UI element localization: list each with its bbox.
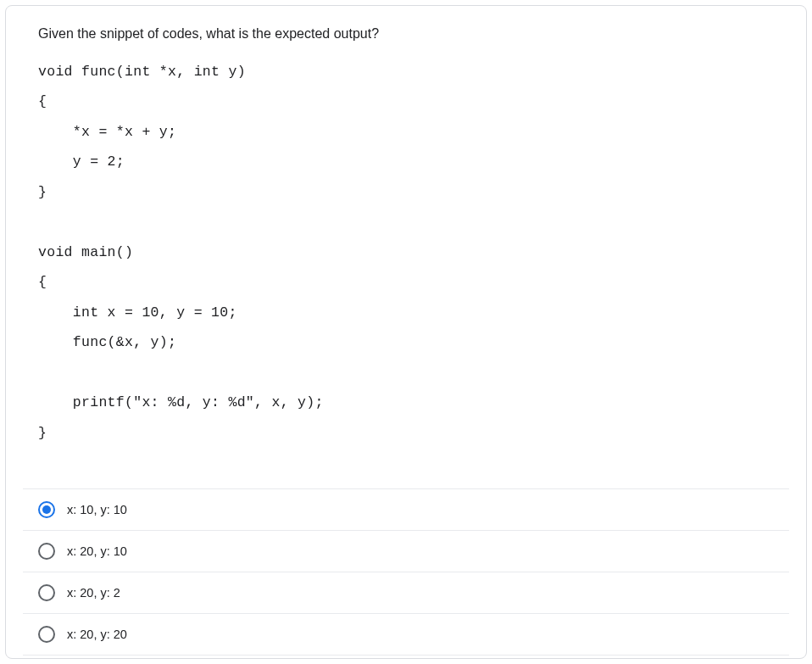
option-2[interactable]: x: 20, y: 2: [23, 572, 789, 614]
option-label: x: 20, y: 10: [67, 544, 127, 558]
question-card: Given the snippet of codes, what is the …: [5, 5, 807, 659]
option-0[interactable]: x: 10, y: 10: [23, 489, 789, 531]
option-label: x: 20, y: 2: [67, 586, 120, 600]
option-1[interactable]: x: 20, y: 10: [23, 531, 789, 572]
radio-icon: [38, 543, 55, 560]
option-label: x: 20, y: 20: [67, 628, 127, 641]
option-3[interactable]: x: 20, y: 20: [23, 614, 789, 656]
option-label: x: 10, y: 10: [67, 503, 127, 516]
code-snippet: void func(int *x, int y) { *x = *x + y; …: [23, 57, 789, 448]
radio-icon: [38, 626, 55, 643]
options-list: x: 10, y: 10 x: 20, y: 10 x: 20, y: 2 x:…: [23, 488, 789, 656]
radio-icon: [38, 584, 55, 601]
radio-icon: [38, 501, 55, 518]
question-prompt: Given the snippet of codes, what is the …: [23, 26, 789, 42]
